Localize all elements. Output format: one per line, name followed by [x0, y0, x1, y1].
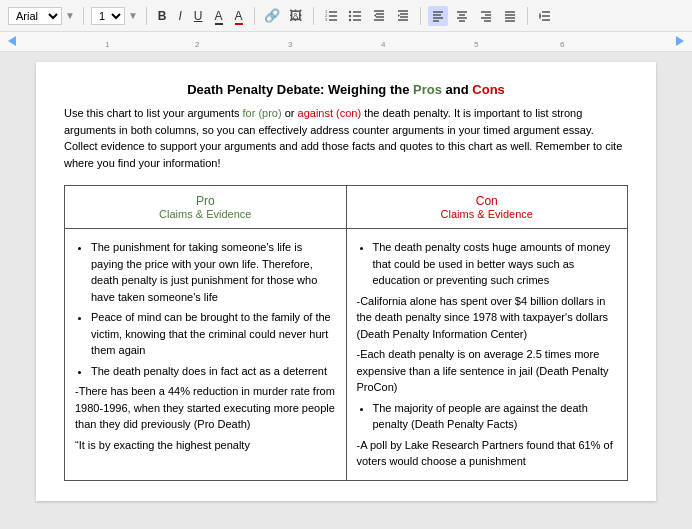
- document-page: Death Penalty Debate: Weighing the Pros …: [36, 62, 656, 501]
- intro-for-pro: for (pro): [243, 107, 282, 119]
- list-item: The death penalty does in fact act as a …: [91, 363, 336, 380]
- image-button[interactable]: 🖼: [286, 6, 306, 26]
- ruler-mark-3: 3: [288, 40, 292, 49]
- document-intro: Use this chart to list your arguments fo…: [64, 105, 628, 171]
- pro-header: Pro Claims & Evidence: [65, 186, 347, 229]
- con-header: Con Claims & Evidence: [346, 186, 628, 229]
- indent-increase-button[interactable]: [393, 6, 413, 26]
- con-extra3: -A poll by Lake Research Partners found …: [357, 439, 613, 468]
- svg-point-9: [348, 10, 350, 12]
- pro-quote: “It is by exacting the highest penalty: [75, 439, 250, 451]
- con-extra1: -California alone has spent over $4 bill…: [357, 295, 609, 340]
- svg-marker-42: [540, 12, 541, 20]
- list-item: The death penalty costs huge amounts of …: [373, 239, 618, 289]
- list-item: Peace of mind can be brought to the fami…: [91, 309, 336, 359]
- intro-part1: Use this chart to list your arguments: [64, 107, 243, 119]
- pro-header-title: Pro: [196, 194, 215, 208]
- intro-against-con: against (con): [298, 107, 362, 119]
- align-left-button[interactable]: [428, 6, 448, 26]
- svg-point-10: [348, 14, 350, 16]
- bold-button[interactable]: B: [154, 8, 171, 24]
- con-header-sub: Claims & Evidence: [357, 208, 618, 220]
- font-size-select[interactable]: 11: [91, 7, 125, 25]
- document-area: Death Penalty Debate: Weighing the Pros …: [0, 52, 692, 529]
- ruler-left-arrow[interactable]: [8, 36, 16, 46]
- list-item: The majority of people are against the d…: [373, 400, 618, 433]
- pro-list: The punishment for taking someone's life…: [75, 239, 336, 379]
- pro-column[interactable]: The punishment for taking someone's life…: [65, 229, 347, 481]
- con-extra2: -Each death penalty is on average 2.5 ti…: [357, 348, 609, 393]
- toolbar-divider-4: [313, 7, 314, 25]
- title-prefix: Death Penalty Debate: Weighing the: [187, 82, 413, 97]
- ruler-inner: 1 2 3 4 5 6: [50, 32, 642, 51]
- toolbar-divider-6: [527, 7, 528, 25]
- align-right-button[interactable]: [476, 6, 496, 26]
- intro-part2: or: [282, 107, 298, 119]
- italic-button[interactable]: I: [174, 8, 185, 24]
- con-extra-text-1: -California alone has spent over $4 bill…: [357, 293, 618, 343]
- highlight-button[interactable]: A: [231, 8, 247, 24]
- align-center-button[interactable]: [452, 6, 472, 26]
- svg-text:3: 3: [325, 17, 328, 22]
- pro-header-sub: Claims & Evidence: [75, 208, 336, 220]
- pro-extra-text: -There has been a 44% reduction in murde…: [75, 383, 336, 433]
- con-list: The death penalty costs huge amounts of …: [357, 239, 618, 289]
- svg-point-11: [348, 18, 350, 20]
- con-list-2: The majority of people are against the d…: [357, 400, 618, 433]
- link-button[interactable]: 🔗: [262, 6, 282, 26]
- font-color-button[interactable]: A: [211, 8, 227, 24]
- toolbar-divider-5: [420, 7, 421, 25]
- ruler-mark-5: 5: [474, 40, 478, 49]
- toolbar-divider-1: [83, 7, 84, 25]
- title-middle: and: [442, 82, 472, 97]
- svg-marker-16: [374, 14, 376, 17]
- con-extra-text-3: -A poll by Lake Research Partners found …: [357, 437, 618, 470]
- list-item: The punishment for taking someone's life…: [91, 239, 336, 305]
- unordered-list-button[interactable]: [345, 6, 365, 26]
- toolbar-divider-3: [254, 7, 255, 25]
- indent-decrease-button[interactable]: [369, 6, 389, 26]
- table-header-row: Pro Claims & Evidence Con Claims & Evide…: [65, 186, 628, 229]
- font-family-group: Arial ▼: [8, 7, 76, 25]
- pro-quote-text: “It is by exacting the highest penalty: [75, 437, 336, 454]
- font-size-group: 11 ▼: [91, 7, 139, 25]
- pro-extra: -There has been a 44% reduction in murde…: [75, 385, 335, 430]
- ruler-mark-6: 6: [560, 40, 564, 49]
- font-family-select[interactable]: Arial: [8, 7, 62, 25]
- align-justify-button[interactable]: [500, 6, 520, 26]
- underline-button[interactable]: U: [190, 8, 207, 24]
- debate-table: Pro Claims & Evidence Con Claims & Evide…: [64, 185, 628, 481]
- con-column[interactable]: The death penalty costs huge amounts of …: [346, 229, 628, 481]
- document-title: Death Penalty Debate: Weighing the Pros …: [64, 82, 628, 97]
- line-spacing-button[interactable]: [535, 6, 555, 26]
- table-content-row: The punishment for taking someone's life…: [65, 229, 628, 481]
- ruler-mark-2: 2: [195, 40, 199, 49]
- ruler-right-arrow[interactable]: [676, 36, 684, 46]
- con-extra-text-2: -Each death penalty is on average 2.5 ti…: [357, 346, 618, 396]
- toolbar-divider-2: [146, 7, 147, 25]
- title-pros: Pros: [413, 82, 442, 97]
- ruler: 1 2 3 4 5 6: [0, 32, 692, 52]
- ordered-list-button[interactable]: 123: [321, 6, 341, 26]
- svg-marker-21: [398, 14, 400, 17]
- ruler-mark-4: 4: [381, 40, 385, 49]
- ruler-mark-1: 1: [105, 40, 109, 49]
- toolbar: Arial ▼ 11 ▼ B I U A A 🔗 🖼 123: [0, 0, 692, 32]
- svg-marker-41: [539, 12, 540, 20]
- con-header-title: Con: [476, 194, 498, 208]
- title-cons: Cons: [472, 82, 505, 97]
